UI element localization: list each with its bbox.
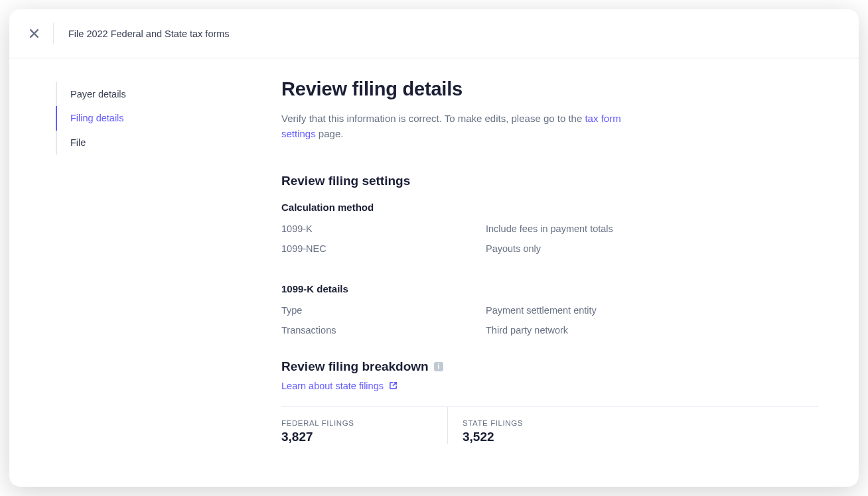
header-divider [53,23,54,44]
stat-label: STATE FILINGS [463,419,613,427]
sidebar-item-file[interactable]: File [56,131,235,155]
stat-federal: FEDERAL FILINGS 3,827 [281,407,447,444]
close-icon [29,29,39,38]
kdetails-val: Third party network [486,325,568,336]
stat-value: 3,522 [463,430,613,444]
subtitle-post: page. [316,128,344,139]
calc-row: 1099-K Include fees in payment totals [281,223,819,234]
settings-heading: Review filing settings [281,174,819,188]
info-icon[interactable]: i [434,362,443,371]
stat-value: 3,827 [281,430,447,444]
calc-val: Payouts only [486,243,541,254]
calc-key: 1099-NEC [281,243,486,254]
learn-state-filings-link[interactable]: Learn about state filings [281,381,398,391]
learn-link-label: Learn about state filings [281,381,384,391]
page-title: Review filing details [281,78,819,100]
content: Review filing details Verify that this i… [235,58,859,487]
calculation-method-heading: Calculation method [281,202,819,213]
kdetails-row: Transactions Third party network [281,325,819,336]
kdetails-key: Type [281,305,486,316]
sidebar: Payer details Filing details File [9,58,235,487]
calc-val: Include fees in payment totals [486,223,613,234]
stat-label: FEDERAL FILINGS [281,419,447,427]
modal-body: Payer details Filing details File Review… [9,58,859,487]
sidebar-item-filing-details[interactable]: Filing details [56,106,235,130]
stat-state: STATE FILINGS 3,522 [447,407,613,444]
kdetails-val: Payment settlement entity [486,305,597,316]
external-link-icon [389,381,398,390]
modal: File 2022 Federal and State tax forms Pa… [9,9,859,487]
stats-row: FEDERAL FILINGS 3,827 STATE FILINGS 3,52… [281,406,819,444]
header-title: File 2022 Federal and State tax forms [68,29,230,39]
page-subtitle: Verify that this information is correct.… [281,111,626,142]
calc-row: 1099-NEC Payouts only [281,243,819,254]
k-details-heading: 1099-K details [281,283,819,294]
kdetails-row: Type Payment settlement entity [281,305,819,316]
breakdown-heading: Review filing breakdown [281,359,429,374]
subtitle-pre: Verify that this information is correct.… [281,113,585,124]
close-button[interactable] [21,21,46,46]
sidebar-item-payer-details[interactable]: Payer details [56,82,235,106]
calc-key: 1099-K [281,223,486,234]
modal-header: File 2022 Federal and State tax forms [9,9,859,58]
breakdown-heading-row: Review filing breakdown i [281,359,819,374]
kdetails-key: Transactions [281,325,486,336]
